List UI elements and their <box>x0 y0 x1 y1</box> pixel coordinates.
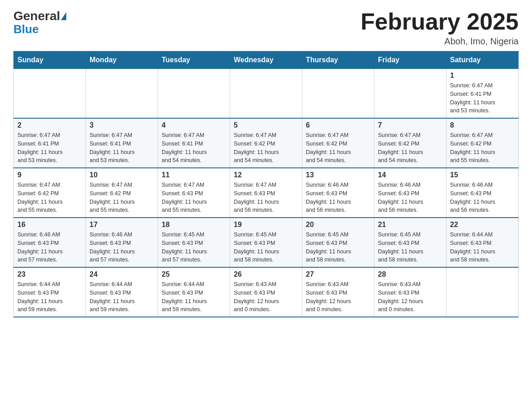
logo: General Blue <box>13 9 67 36</box>
day-info: Sunrise: 6:45 AM Sunset: 6:43 PM Dayligh… <box>234 231 298 264</box>
day-number: 20 <box>306 221 370 229</box>
header-monday: Monday <box>86 51 158 69</box>
header-sunday: Sunday <box>14 51 86 69</box>
day-info: Sunrise: 6:46 AM Sunset: 6:43 PM Dayligh… <box>378 181 442 214</box>
table-row: 1Sunrise: 6:47 AM Sunset: 6:41 PM Daylig… <box>446 69 519 119</box>
calendar-week-row: 23Sunrise: 6:44 AM Sunset: 6:43 PM Dayli… <box>14 267 519 317</box>
day-number: 21 <box>378 221 442 229</box>
day-number: 18 <box>162 221 226 229</box>
table-row <box>86 69 158 119</box>
weekday-header-row: Sunday Monday Tuesday Wednesday Thursday… <box>14 51 519 69</box>
day-info: Sunrise: 6:44 AM Sunset: 6:43 PM Dayligh… <box>162 280 226 314</box>
day-number: 11 <box>162 171 226 179</box>
day-number: 15 <box>450 171 515 179</box>
day-number: 7 <box>378 121 442 129</box>
table-row: 16Sunrise: 6:46 AM Sunset: 6:43 PM Dayli… <box>14 218 86 267</box>
table-row: 7Sunrise: 6:47 AM Sunset: 6:42 PM Daylig… <box>374 118 446 168</box>
day-number: 24 <box>90 270 154 278</box>
day-number: 17 <box>90 221 154 229</box>
calendar-week-row: 16Sunrise: 6:46 AM Sunset: 6:43 PM Dayli… <box>14 218 519 267</box>
logo-triangle-icon <box>61 12 66 20</box>
calendar-week-row: 1Sunrise: 6:47 AM Sunset: 6:41 PM Daylig… <box>14 69 519 119</box>
table-row <box>14 69 86 119</box>
table-row: 9Sunrise: 6:47 AM Sunset: 6:42 PM Daylig… <box>14 168 86 218</box>
table-row: 18Sunrise: 6:45 AM Sunset: 6:43 PM Dayli… <box>158 218 230 267</box>
day-info: Sunrise: 6:46 AM Sunset: 6:43 PM Dayligh… <box>306 181 370 214</box>
table-row: 12Sunrise: 6:47 AM Sunset: 6:43 PM Dayli… <box>230 168 302 218</box>
table-row: 15Sunrise: 6:46 AM Sunset: 6:43 PM Dayli… <box>446 168 519 218</box>
table-row: 10Sunrise: 6:47 AM Sunset: 6:42 PM Dayli… <box>86 168 158 218</box>
day-info: Sunrise: 6:47 AM Sunset: 6:41 PM Dayligh… <box>17 131 82 165</box>
table-row: 5Sunrise: 6:47 AM Sunset: 6:42 PM Daylig… <box>230 118 302 168</box>
day-info: Sunrise: 6:46 AM Sunset: 6:43 PM Dayligh… <box>90 231 154 264</box>
day-info: Sunrise: 6:43 AM Sunset: 6:43 PM Dayligh… <box>306 280 370 314</box>
day-info: Sunrise: 6:47 AM Sunset: 6:43 PM Dayligh… <box>162 181 226 214</box>
day-info: Sunrise: 6:45 AM Sunset: 6:43 PM Dayligh… <box>378 231 442 264</box>
table-row: 8Sunrise: 6:47 AM Sunset: 6:42 PM Daylig… <box>446 118 519 168</box>
table-row: 2Sunrise: 6:47 AM Sunset: 6:41 PM Daylig… <box>14 118 86 168</box>
day-info: Sunrise: 6:47 AM Sunset: 6:43 PM Dayligh… <box>234 181 298 214</box>
calendar-week-row: 9Sunrise: 6:47 AM Sunset: 6:42 PM Daylig… <box>14 168 519 218</box>
page-header: General Blue February 2025 Aboh, Imo, Ni… <box>13 9 519 47</box>
month-title: February 2025 <box>360 9 519 34</box>
header-tuesday: Tuesday <box>158 51 230 69</box>
table-row <box>374 69 446 119</box>
table-row: 22Sunrise: 6:44 AM Sunset: 6:43 PM Dayli… <box>446 218 519 267</box>
table-row: 28Sunrise: 6:43 AM Sunset: 6:43 PM Dayli… <box>374 267 446 317</box>
day-number: 3 <box>90 121 154 129</box>
day-number: 12 <box>234 171 298 179</box>
table-row: 27Sunrise: 6:43 AM Sunset: 6:43 PM Dayli… <box>302 267 374 317</box>
day-info: Sunrise: 6:43 AM Sunset: 6:43 PM Dayligh… <box>378 280 442 314</box>
table-row: 13Sunrise: 6:46 AM Sunset: 6:43 PM Dayli… <box>302 168 374 218</box>
day-number: 14 <box>378 171 442 179</box>
table-row: 23Sunrise: 6:44 AM Sunset: 6:43 PM Dayli… <box>14 267 86 317</box>
day-number: 6 <box>306 121 370 129</box>
table-row <box>446 267 519 317</box>
day-info: Sunrise: 6:46 AM Sunset: 6:43 PM Dayligh… <box>450 181 515 214</box>
title-block: February 2025 Aboh, Imo, Nigeria <box>360 9 519 47</box>
header-friday: Friday <box>374 51 446 69</box>
table-row: 3Sunrise: 6:47 AM Sunset: 6:41 PM Daylig… <box>86 118 158 168</box>
header-thursday: Thursday <box>302 51 374 69</box>
day-number: 4 <box>162 121 226 129</box>
day-number: 8 <box>450 121 515 129</box>
day-number: 22 <box>450 221 515 229</box>
logo-blue-text: Blue <box>13 22 39 36</box>
day-number: 2 <box>17 121 82 129</box>
table-row: 25Sunrise: 6:44 AM Sunset: 6:43 PM Dayli… <box>158 267 230 317</box>
table-row: 19Sunrise: 6:45 AM Sunset: 6:43 PM Dayli… <box>230 218 302 267</box>
day-number: 26 <box>234 270 298 278</box>
day-info: Sunrise: 6:47 AM Sunset: 6:42 PM Dayligh… <box>17 181 82 214</box>
day-number: 9 <box>17 171 82 179</box>
location-text: Aboh, Imo, Nigeria <box>360 36 519 47</box>
day-number: 27 <box>306 270 370 278</box>
table-row: 20Sunrise: 6:45 AM Sunset: 6:43 PM Dayli… <box>302 218 374 267</box>
table-row: 21Sunrise: 6:45 AM Sunset: 6:43 PM Dayli… <box>374 218 446 267</box>
day-info: Sunrise: 6:46 AM Sunset: 6:43 PM Dayligh… <box>17 231 82 264</box>
table-row <box>158 69 230 119</box>
day-info: Sunrise: 6:44 AM Sunset: 6:43 PM Dayligh… <box>450 231 515 264</box>
day-info: Sunrise: 6:47 AM Sunset: 6:41 PM Dayligh… <box>90 131 154 165</box>
day-info: Sunrise: 6:44 AM Sunset: 6:43 PM Dayligh… <box>17 280 82 314</box>
header-saturday: Saturday <box>446 51 519 69</box>
table-row: 4Sunrise: 6:47 AM Sunset: 6:41 PM Daylig… <box>158 118 230 168</box>
header-wednesday: Wednesday <box>230 51 302 69</box>
day-info: Sunrise: 6:43 AM Sunset: 6:43 PM Dayligh… <box>234 280 298 314</box>
day-info: Sunrise: 6:47 AM Sunset: 6:42 PM Dayligh… <box>450 131 515 165</box>
day-number: 23 <box>17 270 82 278</box>
table-row: 11Sunrise: 6:47 AM Sunset: 6:43 PM Dayli… <box>158 168 230 218</box>
day-number: 28 <box>378 270 442 278</box>
day-info: Sunrise: 6:44 AM Sunset: 6:43 PM Dayligh… <box>90 280 154 314</box>
table-row <box>230 69 302 119</box>
day-info: Sunrise: 6:45 AM Sunset: 6:43 PM Dayligh… <box>306 231 370 264</box>
day-number: 25 <box>162 270 226 278</box>
logo-general-text: General <box>13 9 60 23</box>
table-row: 26Sunrise: 6:43 AM Sunset: 6:43 PM Dayli… <box>230 267 302 317</box>
day-info: Sunrise: 6:47 AM Sunset: 6:41 PM Dayligh… <box>162 131 226 165</box>
day-info: Sunrise: 6:47 AM Sunset: 6:42 PM Dayligh… <box>90 181 154 214</box>
day-number: 13 <box>306 171 370 179</box>
table-row <box>302 69 374 119</box>
table-row: 14Sunrise: 6:46 AM Sunset: 6:43 PM Dayli… <box>374 168 446 218</box>
calendar-table: Sunday Monday Tuesday Wednesday Thursday… <box>13 51 519 317</box>
table-row: 17Sunrise: 6:46 AM Sunset: 6:43 PM Dayli… <box>86 218 158 267</box>
